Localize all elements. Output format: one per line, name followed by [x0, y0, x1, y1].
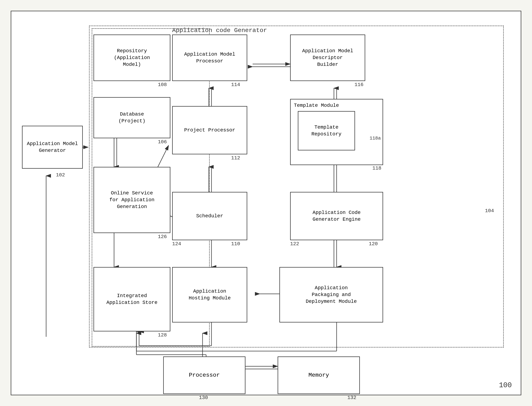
app-packaging-box: ApplicationPackaging andDeployment Modul… [279, 267, 383, 322]
ref-116: 116 [355, 82, 363, 87]
ref-118: 118 [372, 166, 381, 171]
scheduler-label: Scheduler [196, 213, 223, 219]
ref-122: 122 [290, 241, 299, 247]
processor-label: Processor [189, 371, 220, 379]
template-module-label: Template Module [294, 102, 339, 109]
diagram-container: Application code Generator Application M… [11, 11, 521, 395]
ref-120: 120 [369, 241, 378, 247]
template-repository-box: TemplateRepository [298, 111, 355, 150]
ref-106: 106 [158, 139, 167, 145]
app-model-processor-box: Application ModelProcessor [172, 35, 247, 81]
integrated-app-store-label: IntegratedApplication Store [106, 292, 157, 306]
app-code-gen-engine-box: Application CodeGenerator Engine [290, 192, 383, 240]
app-packaging-label: ApplicationPackaging andDeployment Modul… [306, 284, 357, 305]
app-model-processor-label: Application ModelProcessor [184, 51, 235, 65]
app-model-generator-label: Application Model Generator [24, 140, 80, 154]
database-box: Database(Project) [93, 97, 170, 138]
repository-box: Repository(ApplicationModel) [93, 35, 170, 81]
scheduler-box: Scheduler [172, 192, 247, 240]
repository-label: Repository(ApplicationModel) [114, 48, 150, 68]
ref-102: 102 [56, 172, 65, 178]
app-model-generator-box: Application Model Generator [22, 126, 83, 169]
ref-124: 124 [172, 241, 181, 247]
database-label: Database(Project) [118, 111, 145, 124]
ref-104: 104 [485, 208, 494, 214]
ref-100: 100 [499, 381, 512, 389]
online-service-label: Online Servicefor ApplicationGeneration [109, 190, 155, 210]
online-service-box: Online Servicefor ApplicationGeneration [93, 167, 170, 233]
app-model-descriptor-box: Application ModelDescriptorBuilder [290, 35, 365, 81]
project-processor-label: Project Processor [184, 127, 235, 134]
template-repository-label: TemplateRepository [312, 124, 341, 138]
memory-label: Memory [308, 371, 329, 379]
ref-112: 112 [231, 155, 240, 161]
ref-108: 108 [158, 82, 167, 87]
processor-box: Processor [163, 356, 245, 394]
app-hosting-box: ApplicationHosting Module [172, 267, 247, 322]
app-code-generator-title: Application code Generator [172, 27, 267, 34]
memory-box: Memory [278, 356, 360, 394]
app-code-gen-engine-label: Application CodeGenerator Engine [313, 209, 361, 223]
ref-118a: 118a [370, 135, 381, 141]
ref-132: 132 [347, 395, 356, 400]
ref-110: 110 [231, 241, 240, 247]
app-hosting-label: ApplicationHosting Module [189, 288, 231, 302]
ref-114: 114 [231, 82, 240, 87]
ref-126: 126 [158, 234, 167, 239]
ref-130: 130 [199, 395, 208, 400]
project-processor-box: Project Processor [172, 106, 247, 154]
ref-128: 128 [158, 332, 167, 338]
template-module-box: Template Module TemplateRepository 118a [290, 99, 383, 165]
integrated-app-store-box: IntegratedApplication Store [93, 267, 170, 331]
app-model-descriptor-label: Application ModelDescriptorBuilder [302, 48, 353, 68]
